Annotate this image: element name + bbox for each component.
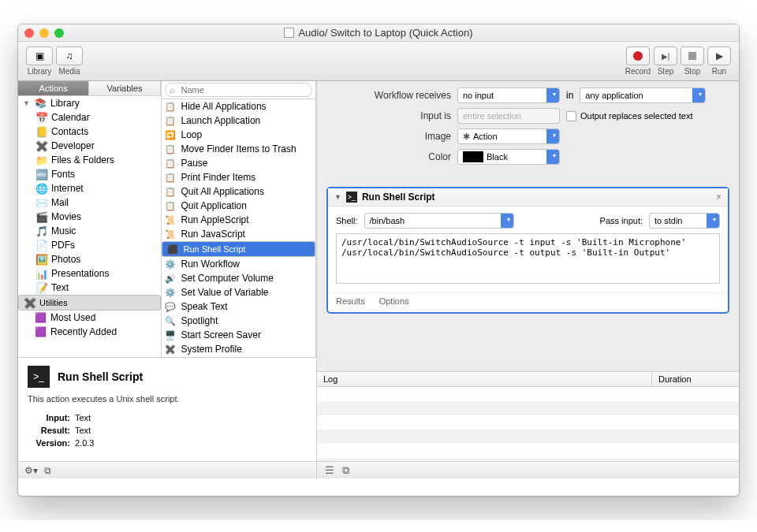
passinput-label: Pass input: xyxy=(600,216,643,225)
library-item-movies[interactable]: 🎬Movies xyxy=(18,210,161,224)
flow-icon[interactable]: ⧉ xyxy=(44,465,51,476)
action-set-computer-volume[interactable]: 🔊Set Computer Volume xyxy=(162,271,315,285)
library-item-fonts[interactable]: 🔤Fonts xyxy=(18,167,161,181)
search-bar xyxy=(162,81,315,99)
media-toggle[interactable]: ♫Media xyxy=(54,47,84,76)
info-input-value: Text xyxy=(75,411,91,424)
library-item-internet[interactable]: 🌐Internet xyxy=(18,181,161,195)
action-loop[interactable]: 🔁Loop xyxy=(162,128,315,142)
action-launch-application[interactable]: 📋Launch Application xyxy=(162,113,315,128)
action-system-profile[interactable]: ✖️System Profile xyxy=(162,342,315,356)
shell-label: Shell: xyxy=(336,216,358,225)
library-item-pdfs[interactable]: 📄PDFs xyxy=(18,238,161,252)
inputis-label: Input is xyxy=(333,110,451,121)
stop-button[interactable]: Stop xyxy=(679,47,706,76)
card-header[interactable]: ▼ >_ Run Shell Script × xyxy=(328,188,728,206)
action-spotlight[interactable]: 🔍Spotlight xyxy=(162,314,315,328)
window-title-text: Audio/ Switch to Laptop (Quick Action) xyxy=(298,27,472,39)
workflow-canvas[interactable]: ▼ >_ Run Shell Script × Shell: /bin/bash… xyxy=(317,179,739,371)
duration-column-header[interactable]: Duration xyxy=(652,372,739,386)
action-move-finder-items-to-trash[interactable]: 📋Move Finder Items to Trash xyxy=(162,142,315,156)
image-select[interactable]: ✱Action xyxy=(457,128,560,144)
gear-icon[interactable]: ⚙︎▾ xyxy=(24,465,38,476)
action-run-shell-script[interactable]: ⬛Run Shell Script xyxy=(162,241,315,257)
toolbar: ▣Library♫Media RecordStepStopRun xyxy=(18,42,739,81)
library-item-developer[interactable]: ✖️Developer xyxy=(18,139,161,153)
library-item-files-folders[interactable]: 📁Files & Folders xyxy=(18,153,161,167)
search-input[interactable] xyxy=(165,83,312,97)
application-select[interactable]: any application xyxy=(580,87,706,103)
action-info-pane: >_ Run Shell Script This action executes… xyxy=(18,357,316,461)
options-tab[interactable]: Options xyxy=(379,296,409,306)
action-pause[interactable]: 📋Pause xyxy=(162,156,315,170)
workflow-settings: Workflow receives no input in any applic… xyxy=(317,81,739,179)
action-start-screen-saver[interactable]: 🖥️Start Screen Saver xyxy=(162,328,315,342)
library-smart-most-used[interactable]: 🟪Most Used xyxy=(18,311,161,325)
log-panel: Log Duration xyxy=(317,371,739,461)
window-title: Audio/ Switch to Laptop (Quick Action) xyxy=(18,27,739,39)
action-speak-text[interactable]: 💬Speak Text xyxy=(162,299,315,314)
flow-view-icon[interactable]: ⧉ xyxy=(342,464,349,477)
passinput-select[interactable]: to stdin xyxy=(649,213,720,229)
action-set-value-of-variable[interactable]: ⚙️Set Value of Variable xyxy=(162,285,315,299)
checkbox-icon xyxy=(566,111,576,121)
library-root[interactable]: ▼📚Library xyxy=(18,96,161,110)
library-smart-recently-added[interactable]: 🟪Recently Added xyxy=(18,325,161,339)
library-item-presentations[interactable]: 📊Presentations xyxy=(18,266,161,281)
shell-select[interactable]: /bin/bash xyxy=(364,213,514,229)
step-button[interactable]: Step xyxy=(652,47,679,76)
library-item-utilities[interactable]: ✖️Utilities xyxy=(18,295,161,311)
actions-tab[interactable]: Actions xyxy=(18,81,89,95)
run-button[interactable]: Run xyxy=(706,47,733,76)
log-column-header[interactable]: Log xyxy=(317,372,652,386)
info-result-value: Text xyxy=(75,424,91,437)
library-tree[interactable]: ▼📚Library📅Calendar📒Contacts✖️Developer📁F… xyxy=(18,96,161,357)
workflow-panel: Workflow receives no input in any applic… xyxy=(317,81,739,478)
library-item-mail[interactable]: ✉️Mail xyxy=(18,195,161,210)
results-tab[interactable]: Results xyxy=(336,296,365,306)
action-print-finder-items[interactable]: 📋Print Finder Items xyxy=(162,170,315,184)
library-item-text[interactable]: 📝Text xyxy=(18,281,161,295)
library-tabs: Actions Variables xyxy=(18,81,161,96)
disclosure-triangle-icon[interactable]: ▼ xyxy=(334,193,341,201)
action-run-applescript[interactable]: 📜Run AppleScript xyxy=(162,213,315,227)
library-item-music[interactable]: 🎵Music xyxy=(18,224,161,238)
library-item-photos[interactable]: 🖼️Photos xyxy=(18,252,161,266)
action-quit-all-applications[interactable]: 📋Quit All Applications xyxy=(162,184,315,199)
library-item-calendar[interactable]: 📅Calendar xyxy=(18,110,161,125)
automator-window: Audio/ Switch to Laptop (Quick Action) ▣… xyxy=(17,24,740,497)
receives-label: Workflow receives xyxy=(333,90,451,101)
main-body: Actions Variables ▼📚Library📅Calendar📒Con… xyxy=(18,81,739,478)
action-quit-application[interactable]: 📋Quit Application xyxy=(162,199,315,213)
inputis-select: entire selection xyxy=(457,108,560,124)
terminal-icon: >_ xyxy=(28,366,50,388)
titlebar: Audio/ Switch to Laptop (Quick Action) xyxy=(18,24,739,42)
terminal-icon: >_ xyxy=(346,192,357,203)
library-item-contacts[interactable]: 📒Contacts xyxy=(18,125,161,139)
action-hide-all-applications[interactable]: 📋Hide All Applications xyxy=(162,99,315,113)
card-title: Run Shell Script xyxy=(362,192,435,203)
output-replaces-checkbox[interactable]: Output replaces selected text xyxy=(566,111,692,121)
library-toggle[interactable]: ▣Library xyxy=(24,47,54,76)
in-label: in xyxy=(566,90,573,101)
color-select[interactable]: Black xyxy=(457,149,560,165)
receives-select[interactable]: no input xyxy=(457,87,560,103)
color-label: Color xyxy=(333,151,451,162)
variables-tab[interactable]: Variables xyxy=(89,81,160,95)
library-sidebar: Actions Variables ▼📚Library📅Calendar📒Con… xyxy=(18,81,162,357)
document-proxy-icon[interactable] xyxy=(284,28,294,38)
script-textarea[interactable] xyxy=(336,233,720,284)
action-run-javascript[interactable]: 📜Run JavaScript xyxy=(162,227,315,241)
right-bottombar: ☰ ⧉ xyxy=(317,461,739,478)
remove-action-button[interactable]: × xyxy=(716,192,722,203)
image-label: Image xyxy=(333,131,451,142)
output-replaces-label: Output replaces selected text xyxy=(580,111,692,121)
info-title: Run Shell Script xyxy=(58,370,143,383)
record-button[interactable]: Record xyxy=(624,47,652,76)
run-shell-script-card: ▼ >_ Run Shell Script × Shell: /bin/bash… xyxy=(326,187,729,314)
left-bottombar: ⚙︎▾ ⧉ xyxy=(18,461,316,478)
actions-list[interactable]: 📋Hide All Applications📋Launch Applicatio… xyxy=(162,99,315,357)
action-run-workflow[interactable]: ⚙️Run Workflow xyxy=(162,257,315,271)
list-view-icon[interactable]: ☰ xyxy=(325,464,334,476)
info-version-label: Version: xyxy=(28,437,75,449)
